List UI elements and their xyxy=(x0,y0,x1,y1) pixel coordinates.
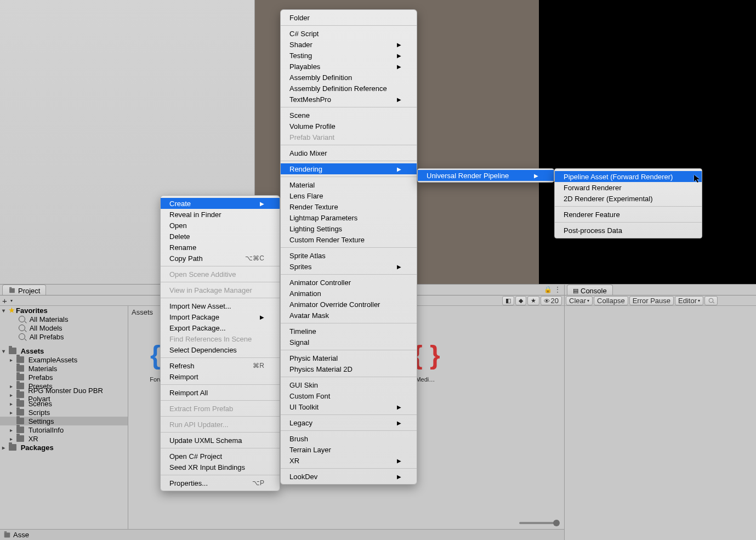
favorite-item[interactable]: All Materials xyxy=(0,315,128,323)
menu-item-post-process-data[interactable]: Post-process Data xyxy=(555,225,702,236)
favorite-item[interactable]: All Prefabs xyxy=(0,332,128,341)
menu-item-brush[interactable]: Brush xyxy=(281,433,417,444)
chevron-right-icon: ▶ xyxy=(397,264,401,270)
menu-item-avatar-mask[interactable]: Avatar Mask xyxy=(281,310,417,321)
menu-item-animator-controller[interactable]: Animator Controller xyxy=(281,277,417,288)
menu-item-custom-font[interactable]: Custom Font xyxy=(281,390,417,401)
tree-item-settings[interactable]: Settings xyxy=(0,417,128,425)
menu-item-playables[interactable]: Playables▶ xyxy=(281,61,417,72)
menu-item-import-package[interactable]: Import Package▶ xyxy=(161,311,280,322)
tab-console[interactable]: ▤ Console xyxy=(567,285,613,295)
menu-item-animator-override-controller[interactable]: Animator Override Controller xyxy=(281,299,417,310)
menu-item-rename[interactable]: Rename xyxy=(161,242,280,253)
menu-item-label: Refresh xyxy=(169,362,195,370)
menu-item-reimport[interactable]: Reimport xyxy=(161,371,280,382)
console-clear-button[interactable]: Clear▾ xyxy=(566,296,593,305)
filter-by-label-button[interactable]: ◆ xyxy=(515,296,526,305)
menu-item-2d-renderer-experimental[interactable]: 2D Renderer (Experimental) xyxy=(555,193,702,204)
menu-item-lookdev[interactable]: LookDev▶ xyxy=(281,471,417,482)
add-icon[interactable]: + xyxy=(2,297,7,305)
menu-item-pipeline-asset-forward-renderer[interactable]: Pipeline Asset (Forward Renderer) xyxy=(555,171,702,182)
menu-item-audio-mixer[interactable]: Audio Mixer xyxy=(281,147,417,158)
tree-item-materials[interactable]: Materials xyxy=(0,364,128,373)
console-error-pause-button[interactable]: Error Pause xyxy=(629,296,674,305)
submenu-urp[interactable]: Pipeline Asset (Forward Renderer)Forward… xyxy=(554,168,702,238)
menu-item-animation[interactable]: Animation xyxy=(281,288,417,299)
menu-item-lighting-settings[interactable]: Lighting Settings xyxy=(281,223,417,234)
menu-item-sprite-atlas[interactable]: Sprite Atlas xyxy=(281,250,417,261)
menu-item-signal[interactable]: Signal xyxy=(281,337,417,348)
menu-item-testing[interactable]: Testing▶ xyxy=(281,50,417,61)
menu-item-update-uxml-schema[interactable]: Update UXML Schema xyxy=(161,435,280,446)
menu-item-select-dependencies[interactable]: Select Dependencies xyxy=(161,344,280,355)
menu-item-refresh[interactable]: Refresh⌘R xyxy=(161,360,280,371)
submenu-create[interactable]: FolderC# ScriptShader▶Testing▶Playables▶… xyxy=(280,9,417,485)
breadcrumb[interactable]: Assets xyxy=(132,308,153,316)
menu-item-c-script[interactable]: C# Script xyxy=(281,28,417,39)
context-menu-project[interactable]: Create▶Reveal in FinderOpenDeleteRenameC… xyxy=(160,195,280,491)
tree-item-scripts[interactable]: ▸ Scripts xyxy=(0,408,128,417)
kebab-icon[interactable]: ⋮ xyxy=(554,286,561,293)
submenu-rendering[interactable]: Universal Render Pipeline▶ xyxy=(417,168,554,183)
menu-item-legacy[interactable]: Legacy▶ xyxy=(281,417,417,428)
filter-by-type-button[interactable]: ◧ xyxy=(502,296,514,305)
menu-item-label: Sprites xyxy=(289,263,311,271)
menu-item-reveal-in-finder[interactable]: Reveal in Finder xyxy=(161,209,280,220)
folder-icon xyxy=(16,391,24,398)
menu-item-rendering[interactable]: Rendering▶ xyxy=(281,163,417,174)
menu-item-label: UI Toolkit xyxy=(289,403,319,411)
hidden-count-button[interactable]: 👁 20 xyxy=(541,296,562,305)
menu-item-shader[interactable]: Shader▶ xyxy=(281,39,417,50)
menu-item-copy-path[interactable]: Copy Path⌥⌘C xyxy=(161,253,280,264)
menu-item-assembly-definition[interactable]: Assembly Definition xyxy=(281,72,417,83)
menu-item-render-texture[interactable]: Render Texture xyxy=(281,201,417,212)
menu-item-ui-toolkit[interactable]: UI Toolkit▶ xyxy=(281,401,417,412)
menu-item-open-c-project[interactable]: Open C# Project xyxy=(161,451,280,462)
thumbnail-size-slider[interactable] xyxy=(519,522,558,524)
assets-header[interactable]: ▾ Assets xyxy=(0,346,128,355)
menu-item-sprites[interactable]: Sprites▶ xyxy=(281,261,417,272)
menu-item-delete[interactable]: Delete xyxy=(161,231,280,242)
console-search[interactable] xyxy=(704,296,718,305)
menu-item-textmeshpro[interactable]: TextMeshPro▶ xyxy=(281,94,417,105)
tab-project[interactable]: Project xyxy=(2,285,46,295)
menu-item-open[interactable]: Open xyxy=(161,220,280,231)
menu-item-renderer-feature[interactable]: Renderer Feature xyxy=(555,209,702,220)
menu-item-universal-render-pipeline[interactable]: Universal Render Pipeline▶ xyxy=(418,170,554,181)
menu-item-gui-skin[interactable]: GUI Skin xyxy=(281,379,417,390)
menu-item-timeline[interactable]: Timeline xyxy=(281,326,417,337)
menu-item-properties[interactable]: Properties...⌥P xyxy=(161,478,280,488)
menu-item-xr[interactable]: XR▶ xyxy=(281,455,417,466)
menu-item-scene[interactable]: Scene xyxy=(281,110,417,121)
favorite-item[interactable]: All Models xyxy=(0,323,128,332)
dropdown-icon[interactable]: ▾ xyxy=(10,298,13,303)
menu-item-physics-material-2d[interactable]: Physics Material 2D xyxy=(281,363,417,374)
menu-item-export-package[interactable]: Export Package... xyxy=(161,322,280,333)
menu-item-custom-render-texture[interactable]: Custom Render Texture xyxy=(281,234,417,245)
console-collapse-button[interactable]: Collapse xyxy=(594,296,628,305)
tree-item-tutorialinfo[interactable]: ▸ TutorialInfo xyxy=(0,425,128,434)
packages-header[interactable]: ▸ Packages xyxy=(0,443,128,452)
menu-item-seed-xr-input-bindings[interactable]: Seed XR Input Bindings xyxy=(161,462,280,473)
menu-item-volume-profile[interactable]: Volume Profile xyxy=(281,121,417,132)
menu-item-terrain-layer[interactable]: Terrain Layer xyxy=(281,444,417,455)
menu-item-physic-material[interactable]: Physic Material xyxy=(281,353,417,363)
favorites-header[interactable]: ▾★ Favorites xyxy=(0,306,128,315)
tree-item-rpg-monster-duo-pbr-polyart[interactable]: ▸ RPG Monster Duo PBR Polyart xyxy=(0,390,128,399)
menu-item-reimport-all[interactable]: Reimport All xyxy=(161,387,280,398)
menu-item-forward-renderer[interactable]: Forward Renderer xyxy=(555,182,702,193)
menu-item-create[interactable]: Create▶ xyxy=(161,198,280,209)
save-search-button[interactable]: ★ xyxy=(527,296,539,305)
menu-item-lightmap-parameters[interactable]: Lightmap Parameters xyxy=(281,212,417,223)
tree-item-exampleassets[interactable]: ▸ ExampleAssets xyxy=(0,355,128,364)
menu-item-lens-flare[interactable]: Lens Flare xyxy=(281,190,417,201)
menu-item-material[interactable]: Material xyxy=(281,179,417,190)
menu-item-assembly-definition-reference[interactable]: Assembly Definition Reference xyxy=(281,83,417,94)
console-editor-button[interactable]: Editor▾ xyxy=(675,296,703,305)
menu-item-import-new-asset[interactable]: Import New Asset... xyxy=(161,300,280,311)
lock-icon[interactable]: 🔒 xyxy=(544,286,552,293)
tree-item-prefabs[interactable]: Prefabs xyxy=(0,373,128,382)
project-tree[interactable]: ▾★ Favorites All Materials All Models Al… xyxy=(0,306,128,539)
tree-item-xr[interactable]: ▸ XR xyxy=(0,434,128,443)
menu-item-folder[interactable]: Folder xyxy=(281,12,417,23)
